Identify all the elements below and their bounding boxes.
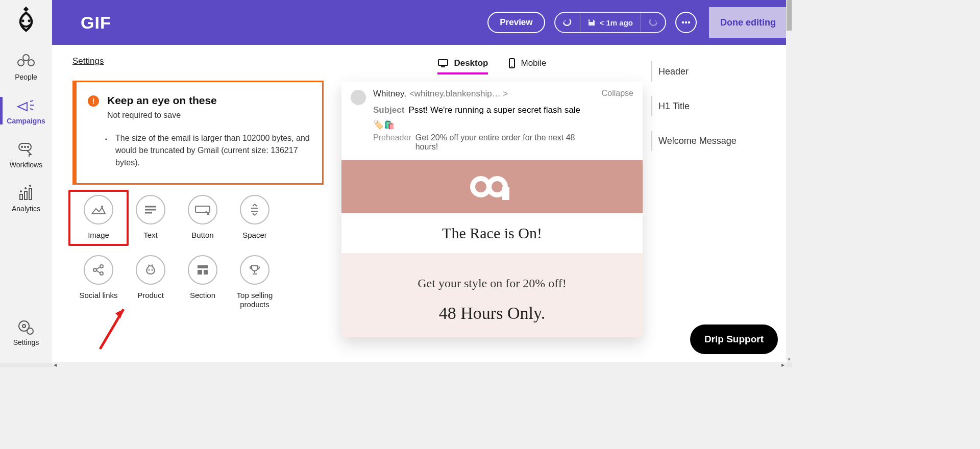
avatar (351, 90, 366, 105)
horizontal-scrollbar[interactable]: ◀ ▶ (52, 362, 786, 367)
svg-point-30 (100, 265, 103, 268)
svg-point-31 (100, 272, 103, 275)
warning-card: ! Keep an eye on these Not required to s… (72, 81, 324, 185)
svg-rect-12 (29, 188, 32, 199)
saved-text: < 1m ago (600, 18, 633, 27)
svg-point-4 (18, 60, 24, 66)
email-h1-block[interactable]: The Race is On! (341, 213, 643, 253)
top-bar: GIF Preview < 1m ago Done editing (52, 0, 787, 45)
support-button[interactable]: Drip Support (690, 325, 778, 354)
left-nav: People Campaigns Workflows Analytics (0, 0, 52, 363)
desktop-icon (437, 59, 449, 68)
svg-rect-47 (502, 187, 509, 200)
svg-rect-37 (198, 270, 202, 275)
undo-button[interactable] (555, 13, 580, 32)
block-label: Spacer (242, 231, 267, 240)
subject-emoji: 🏷️🛍️ (373, 119, 395, 130)
block-top-selling[interactable]: Top selling products (229, 255, 281, 309)
outline-item-welcome[interactable]: Welcome Message (658, 123, 782, 158)
svg-point-21 (688, 21, 690, 23)
nav-label: People (15, 73, 37, 81)
product-icon (136, 255, 165, 285)
saved-status[interactable]: < 1m ago (580, 13, 640, 32)
nav-item-analytics[interactable]: Analytics (0, 177, 52, 220)
nav-label: Campaigns (7, 117, 45, 125)
svg-point-5 (28, 60, 34, 66)
svg-rect-41 (438, 60, 448, 65)
collapse-button[interactable]: Collapse (602, 89, 633, 98)
share-icon (84, 255, 113, 285)
nav-label: Workflows (10, 161, 42, 169)
undo-icon (562, 18, 573, 27)
outline-item-header[interactable]: Header (658, 54, 782, 89)
block-section[interactable]: Section (177, 255, 229, 309)
block-spacer[interactable]: Spacer (229, 195, 281, 241)
svg-point-34 (149, 269, 150, 271)
from-name: Whitney, (373, 89, 406, 99)
mobile-icon (508, 58, 516, 68)
svg-point-20 (685, 21, 687, 23)
warning-icon: ! (88, 95, 99, 107)
block-label: Image (88, 231, 109, 240)
email-welcome-block[interactable]: Get your style on for 20% off! 48 Hours … (341, 253, 643, 337)
svg-point-15 (30, 185, 31, 187)
megaphone-icon (16, 96, 36, 114)
svg-line-39 (100, 309, 124, 349)
vertical-scrollbar[interactable]: ▲ ▼ (786, 0, 792, 362)
scroll-right-icon[interactable]: ▶ (780, 362, 786, 367)
block-social[interactable]: Social links (72, 255, 125, 309)
block-product[interactable]: Product (125, 255, 177, 309)
svg-point-13 (20, 191, 22, 192)
spacer-icon (240, 195, 270, 224)
scroll-left-icon[interactable]: ◀ (52, 362, 58, 367)
scroll-down-icon[interactable]: ▼ (786, 356, 792, 362)
text-icon (136, 195, 165, 224)
block-button[interactable]: Button (177, 195, 229, 241)
svg-point-2 (28, 19, 31, 22)
subject-label: Subject (373, 105, 404, 115)
preheader-text: Get 20% off your entire order for the ne… (415, 133, 595, 152)
button-icon (188, 195, 217, 224)
nav-item-settings[interactable]: Settings (0, 310, 52, 354)
preheader-label: Preheader (373, 133, 411, 152)
page-title: GIF (81, 13, 111, 33)
done-editing-button[interactable]: Done editing (709, 7, 787, 38)
redo-icon (648, 18, 658, 27)
svg-rect-10 (20, 194, 22, 199)
svg-point-7 (21, 146, 23, 148)
preview-button[interactable]: Preview (487, 12, 545, 33)
svg-point-9 (28, 146, 29, 148)
welcome-line2: 48 Hours Only. (352, 304, 632, 323)
workflow-icon (16, 140, 36, 158)
svg-point-8 (24, 146, 26, 148)
app-logo (15, 6, 37, 34)
redo-button[interactable] (640, 13, 665, 32)
block-palette: Image Text Button (72, 195, 324, 309)
outline-item-h1[interactable]: H1 Title (658, 89, 782, 123)
gear-icon (16, 318, 36, 335)
people-icon (16, 53, 36, 70)
svg-line-33 (96, 270, 100, 273)
svg-rect-36 (198, 265, 208, 268)
warning-item: The size of the email is larger than 102… (109, 132, 310, 169)
block-label: Text (143, 231, 158, 240)
tab-mobile[interactable]: Mobile (508, 54, 546, 74)
scroll-thumb[interactable] (787, 0, 792, 31)
svg-point-19 (682, 21, 684, 23)
svg-marker-0 (23, 7, 29, 12)
nav-item-workflows[interactable]: Workflows (0, 133, 52, 177)
tab-desktop[interactable]: Desktop (437, 54, 488, 74)
svg-point-3 (23, 55, 29, 61)
tab-label: Mobile (521, 58, 546, 68)
block-text[interactable]: Text (125, 195, 177, 241)
outline-panel: Header H1 Title Welcome Message (648, 45, 787, 363)
nav-item-campaigns[interactable]: Campaigns (0, 89, 52, 133)
more-button[interactable] (675, 12, 697, 33)
nav-item-people[interactable]: People (0, 45, 52, 89)
block-image[interactable]: Image (68, 190, 129, 246)
settings-link[interactable]: Settings (72, 56, 104, 66)
section-icon (188, 255, 217, 285)
svg-marker-40 (115, 309, 124, 318)
email-header-block[interactable] (341, 160, 643, 213)
svg-point-17 (22, 325, 26, 328)
